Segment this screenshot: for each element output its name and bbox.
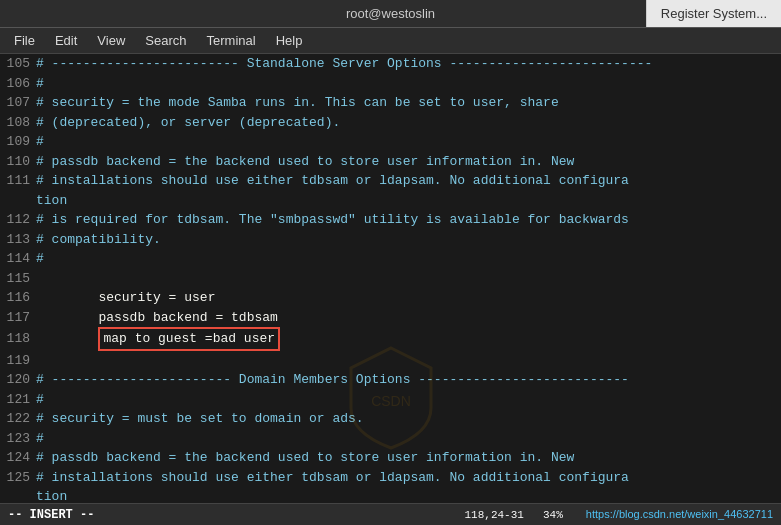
menu-view[interactable]: View [87,31,135,50]
line-content: passdb backend = tdbsam [36,308,781,328]
line-118-highlighted: 118 map to guest =bad user [0,327,781,351]
line-number: 113 [0,230,36,250]
editor-content: 105 # ------------------------ Standalon… [0,54,781,503]
line-row: 112 # is required for tdbsam. The "smbpa… [0,210,781,230]
line-row: 111 # installations should use either td… [0,171,781,191]
line-content: map to guest =bad user [36,327,781,351]
line-row: 114 # [0,249,781,269]
blog-url: https://blog.csdn.net/weixin_44632711 [586,508,773,520]
line-content: # (deprecated), or server (deprecated). [36,113,781,133]
register-system-button[interactable]: Register System... [646,0,781,27]
line-content: # installations should use either tdbsam… [36,468,781,488]
line-row: 105 # ------------------------ Standalon… [0,54,781,74]
line-content: # [36,249,781,269]
line-number: 123 [0,429,36,449]
line-number: 111 [0,171,36,191]
line-row: 107 # security = the mode Samba runs in.… [0,93,781,113]
highlighted-code: map to guest =bad user [98,327,280,351]
line-row: 123 # [0,429,781,449]
line-number: 124 [0,448,36,468]
line-number: 122 [0,409,36,429]
status-bar: -- INSERT -- 118,24-31 34% https://blog.… [0,503,781,525]
line-row: 119 [0,351,781,371]
line-content: # passdb backend = the backend used to s… [36,448,781,468]
line-row: 109 # [0,132,781,152]
line-content: # [36,429,781,449]
line-row: tion [0,487,781,503]
menu-edit[interactable]: Edit [45,31,87,50]
line-number: 116 [0,288,36,308]
line-row: 108 # (deprecated), or server (deprecate… [0,113,781,133]
line-number: 118 [0,329,36,349]
line-row: 125 # installations should use either td… [0,468,781,488]
line-content: tion [36,487,781,503]
line-content: # security = the mode Samba runs in. Thi… [36,93,781,113]
line-number: 117 [0,308,36,328]
line-number: 114 [0,249,36,269]
line-number: 107 [0,93,36,113]
line-number: 108 [0,113,36,133]
line-number: 105 [0,54,36,74]
line-row: 120 # ----------------------- Domain Mem… [0,370,781,390]
menu-help[interactable]: Help [266,31,313,50]
line-content: # passdb backend = the backend used to s… [36,152,781,172]
line-number: 112 [0,210,36,230]
line-row: 113 # compatibility. [0,230,781,250]
line-content: # ------------------------ Standalone Se… [36,54,781,74]
line-number: 119 [0,351,36,371]
cursor-position: 118,24-31 [465,509,524,521]
line-content: # is required for tdbsam. The "smbpasswd… [36,210,781,230]
line-number: 106 [0,74,36,94]
scroll-percent: 34% [543,509,563,521]
line-content: # compatibility. [36,230,781,250]
menu-terminal[interactable]: Terminal [197,31,266,50]
line-number: 115 [0,269,36,289]
window-title: root@westoslin [346,6,435,21]
status-url: 118,24-31 34% https://blog.csdn.net/weix… [465,508,774,521]
line-row: 106 # [0,74,781,94]
line-number: 120 [0,370,36,390]
line-number: 109 [0,132,36,152]
line-content: # ----------------------- Domain Members… [36,370,781,390]
line-content: # [36,390,781,410]
line-content: # security = must be set to domain or ad… [36,409,781,429]
line-row: 122 # security = must be set to domain o… [0,409,781,429]
line-row: 110 # passdb backend = the backend used … [0,152,781,172]
line-number: 125 [0,468,36,488]
line-row: 121 # [0,390,781,410]
editor-mode: -- INSERT -- [8,508,94,522]
line-row: tion [0,191,781,211]
line-content: tion [36,191,781,211]
line-row: 116 security = user [0,288,781,308]
menu-file[interactable]: File [4,31,45,50]
line-content: # installations should use either tdbsam… [36,171,781,191]
line-row: 124 # passdb backend = the backend used … [0,448,781,468]
line-row: 117 passdb backend = tdbsam [0,308,781,328]
line-number: 121 [0,390,36,410]
line-content: # [36,74,781,94]
line-row: 115 [0,269,781,289]
editor-area[interactable]: 105 # ------------------------ Standalon… [0,54,781,503]
menu-search[interactable]: Search [135,31,196,50]
line-content: security = user [36,288,781,308]
line-content: # [36,132,781,152]
line-number: 110 [0,152,36,172]
menu-bar: File Edit View Search Terminal Help [0,28,781,54]
title-bar: root@westoslin Register System... [0,0,781,28]
